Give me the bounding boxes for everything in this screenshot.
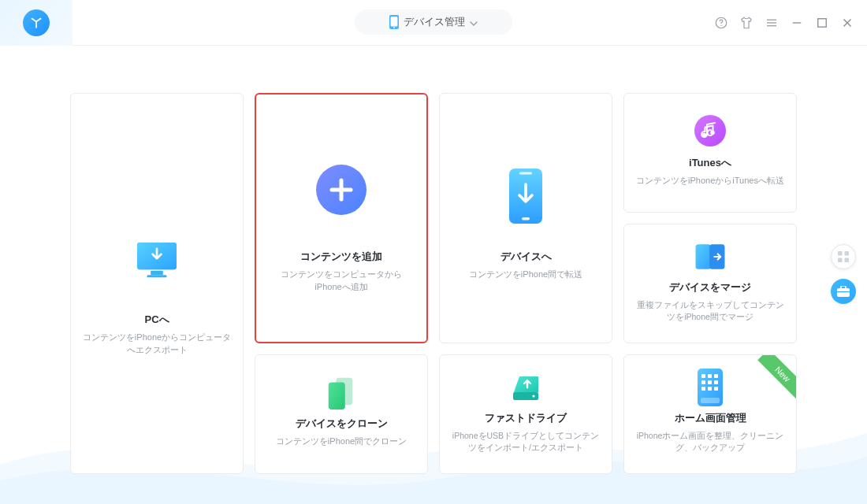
itunes-icon [693,113,727,148]
help-icon[interactable] [714,16,728,30]
card-desc: コンテンツをiPhoneからiTunesへ転送 [636,175,784,187]
svg-rect-39 [708,387,712,391]
svg-rect-11 [818,18,827,27]
card-to-device[interactable]: デバイスへ コンテンツをiPhone間で転送 [439,93,612,343]
card-merge-device[interactable]: デバイスをマージ 重複ファイルをスキップしてコンテンツをiPhone間でマージ [623,224,797,343]
svg-point-4 [393,27,395,28]
card-fast-drive[interactable]: ファストドライブ iPhoneをUSBドライブとしてコンテンツをインポート/エク… [439,354,612,474]
phone-icon [389,15,399,29]
svg-rect-37 [714,380,718,384]
svg-rect-17 [147,275,167,277]
card-title: ホーム画面管理 [675,411,746,425]
card-clone-device[interactable]: デバイスをクローン コンテンツをiPhone間でクローン [255,354,428,474]
card-home-screen[interactable]: New ホーム画面管理 iPhoneホーム画面を [623,354,797,474]
card-title: iTunesへ [689,156,731,170]
phone-download-icon [504,174,548,218]
svg-rect-28 [329,383,345,410]
monitor-download-icon [135,237,179,281]
svg-rect-42 [838,251,843,256]
menu-icon[interactable] [765,16,779,30]
svg-rect-45 [845,258,850,263]
svg-rect-47 [841,286,846,289]
card-title: デバイスをクローン [296,417,388,431]
drive-upload-icon [508,370,543,405]
toolbox-button[interactable] [831,279,856,304]
chevron-down-icon [470,17,478,28]
card-desc: iPhoneホーム画面を整理、クリーニング、バックアップ [635,430,785,454]
svg-rect-20 [519,172,532,175]
svg-rect-33 [708,374,712,378]
close-icon[interactable] [840,16,854,30]
card-to-itunes[interactable]: iTunesへ コンテンツをiPhoneからiTunesへ転送 [623,93,797,213]
svg-rect-44 [838,258,843,263]
svg-rect-16 [151,271,163,275]
card-desc: コンテンツをiPhone間でクローン [276,435,407,448]
device-management-dropdown[interactable]: デバイス管理 [355,9,512,35]
card-desc: 重複ファイルをスキップしてコンテンツをiPhone間でマージ [635,299,785,323]
svg-rect-36 [708,380,712,384]
skin-icon[interactable] [739,16,754,30]
svg-rect-34 [714,374,718,378]
app-logo[interactable] [0,0,73,46]
new-ribbon: New [757,354,797,399]
category-view-button[interactable] [831,244,856,269]
plus-circle-icon [313,161,370,218]
card-desc: コンテンツをiPhoneからコンピュータへエクスポート [82,332,232,357]
svg-rect-40 [714,387,718,391]
svg-rect-3 [391,17,398,26]
svg-point-1 [39,17,41,19]
card-title: PCへ [144,313,169,327]
svg-point-24 [710,131,715,135]
svg-rect-43 [845,251,850,256]
svg-point-6 [720,24,721,25]
svg-rect-32 [701,374,705,378]
card-add-content[interactable]: コンテンツを追加 コンテンツをコンピュータからiPhoneへ追加 [255,93,428,343]
card-desc: コンテンツをiPhone間で転送 [469,269,582,281]
app-grid-icon [693,370,727,405]
phones-merge-icon [693,239,727,274]
svg-rect-35 [701,380,705,384]
svg-point-30 [532,395,534,397]
card-desc: コンテンツをコンピュータからiPhoneへ追加 [267,269,415,294]
minimize-icon[interactable] [790,16,804,30]
card-export-to-pc[interactable]: PCへ コンテンツをiPhoneからコンピュータへエクスポート [70,93,244,474]
svg-point-0 [32,17,33,19]
card-title: デバイスへ [500,250,552,264]
card-desc: iPhoneをUSBドライブとしてコンテンツをインポート/エクスポート [451,430,601,454]
svg-rect-21 [522,217,530,220]
dropdown-label: デバイス管理 [404,15,465,29]
svg-point-23 [702,133,707,138]
card-title: コンテンツを追加 [300,250,382,264]
svg-rect-41 [701,398,720,403]
svg-rect-38 [701,387,705,391]
card-title: ファストドライブ [485,411,567,425]
card-title: デバイスをマージ [669,280,751,295]
svg-rect-48 [837,291,850,292]
svg-rect-25 [696,244,711,269]
maximize-icon[interactable] [815,16,829,30]
phones-clone-icon [324,376,359,410]
